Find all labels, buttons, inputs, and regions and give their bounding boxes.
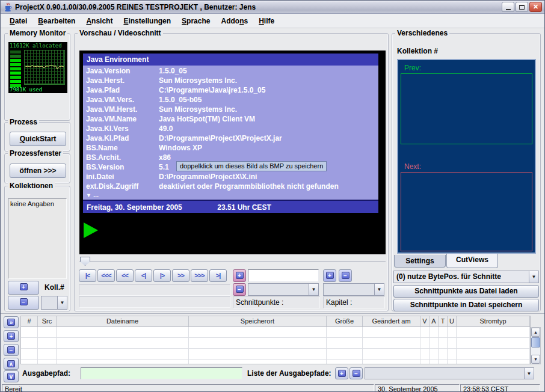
- frame-navigation-panel: |<<<<<<<||>>>>>>>|: [78, 268, 231, 309]
- column-header[interactable]: A: [430, 316, 439, 326]
- remove-output-path-button[interactable]: −: [349, 367, 363, 379]
- remove-chapter-button[interactable]: −: [339, 269, 352, 282]
- double-chevron-right-icon: »: [7, 319, 15, 326]
- column-header[interactable]: Größe: [327, 316, 363, 326]
- column-header[interactable]: Stromtyp: [457, 316, 530, 326]
- chapter-combobox[interactable]: ▼: [323, 283, 384, 296]
- expand-filelist-button[interactable]: »: [4, 316, 19, 328]
- preview-time: 23.51 Uhr CEST: [217, 203, 271, 212]
- scrollbar-thumb[interactable]: [531, 337, 540, 348]
- nav-last-button[interactable]: >|: [209, 269, 227, 282]
- java-cup-icon: [3, 2, 13, 12]
- nav-step-fwd-button[interactable]: |>: [153, 269, 171, 282]
- save-cutpoints-button[interactable]: Schnittpunkte in Datei speichern: [393, 299, 539, 311]
- column-header[interactable]: Geändert am: [363, 316, 420, 326]
- play-icon: [84, 222, 98, 238]
- nav-fast-fwd-button[interactable]: >>>: [191, 269, 208, 282]
- slider-track[interactable]: [79, 261, 386, 262]
- add-output-path-button[interactable]: +: [335, 367, 348, 379]
- column-header[interactable]: Speicherort: [189, 316, 327, 326]
- video-preview-canvas[interactable]: Java Environment Java.Version1.5.0_05 Ja…: [79, 51, 386, 254]
- nav-step-back-button[interactable]: <|: [135, 269, 152, 282]
- nav-first-button[interactable]: |<: [79, 269, 96, 282]
- plus-icon: +: [7, 332, 15, 340]
- chevron-down-icon: ▼: [524, 368, 534, 379]
- plus-icon: +: [338, 370, 346, 377]
- minus-icon: −: [353, 370, 360, 377]
- chevron-up-icon: ∧: [7, 360, 15, 367]
- column-header[interactable]: Dateiname: [57, 316, 189, 326]
- menu-hilfe[interactable]: Hilfe: [253, 16, 280, 26]
- memory-monitor-title: Memory Monitor: [8, 29, 67, 37]
- prozessfenster-group: Prozessfenster öffnen >>>: [4, 153, 70, 183]
- chapter-combo-value: [326, 284, 373, 295]
- memory-used-label: 7981K used: [10, 87, 42, 93]
- file-panel: » + − ∧ ∨ # Src Dateiname Speicherort Gr…: [1, 313, 544, 392]
- menu-addons[interactable]: Addons: [215, 16, 253, 26]
- cutpoint-combobox[interactable]: ▼: [248, 283, 319, 296]
- tab-settings[interactable]: Settings: [394, 255, 446, 268]
- cutview-panel: Prev: Next:: [397, 59, 536, 254]
- nav-panel-strip: [79, 296, 230, 308]
- remove-cutpoint-button[interactable]: −: [233, 283, 246, 296]
- nav-back-button[interactable]: <<: [116, 269, 134, 282]
- minus-icon: −: [342, 272, 349, 279]
- menu-einstellungen[interactable]: Einstellungen: [118, 16, 176, 26]
- column-header[interactable]: T: [439, 316, 448, 326]
- add-cutpoint-button[interactable]: +: [233, 269, 246, 282]
- menu-bearbeiten[interactable]: Bearbeiten: [32, 16, 81, 26]
- add-file-button[interactable]: +: [4, 330, 19, 342]
- menu-sprache[interactable]: Sprache: [176, 16, 215, 26]
- load-cutpoints-button[interactable]: Schnittpunkte aus Datei laden: [393, 285, 539, 298]
- java-environment-panel: Java Environment Java.Version1.5.0_05 Ja…: [83, 54, 378, 213]
- move-file-up-button[interactable]: ∧: [4, 358, 19, 370]
- tab-cutviews[interactable]: CutViews: [446, 254, 498, 268]
- preview-title: Vorschau / Videoschnitt: [78, 29, 163, 37]
- quickstart-button[interactable]: QuickStart: [10, 132, 66, 146]
- column-header[interactable]: U: [448, 316, 457, 326]
- open-process-window-button[interactable]: öffnen >>>: [10, 164, 66, 178]
- seek-slider[interactable]: [79, 257, 386, 266]
- menu-ansicht[interactable]: Ansicht: [81, 16, 118, 26]
- nav-panel-strip: [79, 284, 230, 296]
- close-button[interactable]: ✕: [529, 2, 542, 12]
- memory-usage-line: [25, 51, 64, 84]
- file-table[interactable]: # Src Dateiname Speicherort Größe Geände…: [20, 316, 531, 364]
- chevron-down-icon: ▼: [529, 271, 538, 283]
- list-item[interactable]: keine Angaben: [10, 200, 64, 207]
- next-cut-label: Next:: [404, 162, 421, 171]
- nav-fast-back-button[interactable]: <<<: [97, 269, 115, 282]
- prozess-title: Prozess: [8, 118, 39, 126]
- output-path-combobox[interactable]: ▼: [365, 367, 534, 379]
- bytepos-combobox[interactable]: (0) nutze BytePos. für Schnitte ▼: [393, 271, 539, 283]
- kollektionen-list[interactable]: keine Angaben: [8, 198, 67, 279]
- scroll-up-button[interactable]: ▲: [531, 328, 540, 337]
- add-collection-button[interactable]: +: [8, 281, 39, 295]
- move-file-down-button[interactable]: ∨: [4, 370, 19, 382]
- nav-fwd-button[interactable]: >>: [172, 269, 189, 282]
- title-bar[interactable]: ProjectX 0.90.1.00/30.09.2005 REINES TES…: [1, 1, 544, 14]
- app-window: ProjectX 0.90.1.00/30.09.2005 REINES TES…: [0, 0, 545, 392]
- maximize-button[interactable]: [516, 2, 528, 12]
- remove-collection-button[interactable]: −: [8, 296, 39, 310]
- chevron-down-icon: ∨: [7, 373, 15, 380]
- minimize-button[interactable]: [502, 2, 514, 12]
- prev-cut-label: Prev:: [404, 64, 421, 72]
- prozess-group: Prozess QuickStart: [4, 122, 70, 152]
- file-table-body[interactable]: [21, 327, 530, 364]
- cutpoint-input[interactable]: [248, 269, 319, 282]
- remove-file-button[interactable]: −: [4, 344, 19, 356]
- add-chapter-button[interactable]: +: [323, 269, 336, 282]
- save-bmp-tooltip: doppelklick um dieses Bild als BMP zu sp…: [176, 161, 327, 171]
- slider-thumb[interactable]: [80, 257, 90, 266]
- minus-icon: −: [7, 346, 15, 354]
- column-header[interactable]: V: [420, 316, 430, 326]
- collection-number-combobox[interactable]: ▼: [41, 296, 67, 310]
- menu-datei[interactable]: Datei: [4, 16, 32, 26]
- column-header[interactable]: Src: [38, 316, 57, 326]
- output-path-input[interactable]: [81, 367, 242, 379]
- file-table-scrollbar[interactable]: ▲ ▼: [531, 327, 541, 364]
- column-header[interactable]: #: [21, 316, 38, 326]
- cutpoint-combo-value: [251, 284, 307, 295]
- scroll-down-button[interactable]: ▼: [531, 355, 540, 364]
